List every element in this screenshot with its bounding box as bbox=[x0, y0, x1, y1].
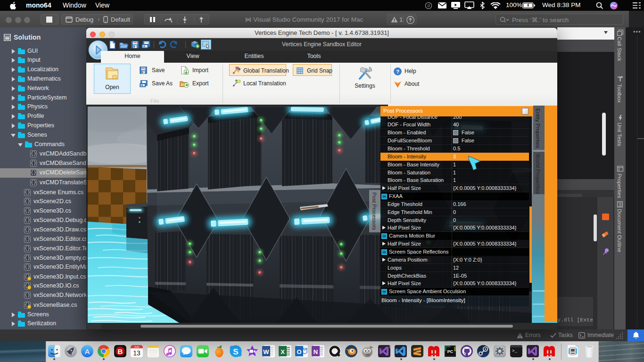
svg-text:B: B bbox=[118, 347, 123, 355]
svg-text:O: O bbox=[297, 348, 301, 355]
svg-text:X: X bbox=[281, 348, 285, 355]
svg-text:PC: PC bbox=[447, 349, 454, 354]
svg-text:?: ? bbox=[396, 69, 399, 74]
svg-text:W: W bbox=[263, 348, 269, 355]
svg-text:JUN: JUN bbox=[134, 346, 140, 348]
svg-text:N: N bbox=[314, 348, 318, 355]
svg-text:d: d bbox=[427, 3, 429, 8]
svg-text:A: A bbox=[85, 347, 90, 355]
svg-text:>_: >_ bbox=[512, 349, 517, 354]
svg-text:S: S bbox=[233, 347, 238, 356]
svg-text:13: 13 bbox=[133, 349, 140, 357]
